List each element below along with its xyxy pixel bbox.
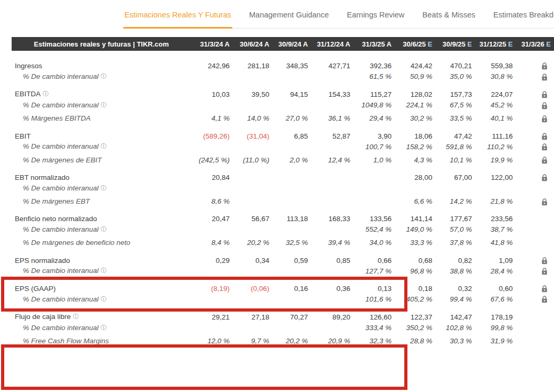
- value-cell: 405,2 %: [395, 293, 435, 306]
- value-cell: 70,27: [273, 306, 311, 321]
- value-cell: 28,00: [395, 167, 435, 181]
- tab-beats-misses[interactable]: Beats & Misses: [421, 10, 476, 29]
- value-cell: 427,71: [311, 51, 353, 70]
- value-cell: 8,4 %: [194, 236, 233, 249]
- estimates-page: Estimaciones Reales Y FuturasManagement …: [0, 0, 554, 392]
- info-icon[interactable]: ⓘ: [101, 296, 106, 302]
- metric-label: % Free Cash Flow Margins: [12, 334, 194, 348]
- value-cell: [311, 195, 353, 208]
- value-cell: 38,8 %: [435, 265, 475, 278]
- column-header: 30/9/24 A: [273, 37, 311, 51]
- value-cell: [273, 321, 311, 334]
- locked-cell: [516, 125, 554, 140]
- empty-cell: [516, 306, 554, 321]
- value-cell: 20,9 %: [311, 334, 353, 348]
- value-cell: 1,0 %: [353, 153, 395, 167]
- value-cell: 33,5 %: [435, 112, 475, 125]
- info-icon[interactable]: ⓘ: [43, 90, 49, 97]
- value-cell: 552,4 %: [353, 223, 395, 236]
- table-row: % De márgenes EBT8,6 %6,6 %14,2 %21,8 %: [12, 195, 554, 208]
- table-row: % De cambio interanualⓘ: [12, 181, 554, 195]
- estimates-table: Estimaciones reales y futuras | TIKR.com…: [12, 37, 554, 348]
- metric-label: Ingresos: [12, 51, 194, 70]
- value-cell: [194, 321, 233, 334]
- column-header: 30/6/24 A: [233, 37, 273, 51]
- value-cell: 0,85: [311, 249, 353, 264]
- table-row: EBT normalizado20,8428,0067,00122,00: [12, 167, 554, 181]
- value-cell: 348,35: [273, 51, 311, 70]
- lock-icon: [541, 115, 548, 123]
- value-cell: 4,1 %: [194, 112, 233, 125]
- value-cell: [311, 321, 353, 334]
- empty-cell: [516, 223, 554, 236]
- value-cell: 233,56: [475, 208, 516, 223]
- value-cell: 127,7 %: [353, 265, 395, 278]
- info-icon[interactable]: ⓘ: [73, 313, 79, 320]
- value-cell: 177,67: [435, 208, 475, 223]
- value-cell: [194, 140, 233, 153]
- info-icon[interactable]: ⓘ: [101, 73, 106, 79]
- info-icon[interactable]: ⓘ: [101, 143, 106, 149]
- lock-icon: [541, 268, 548, 275]
- value-cell: 6,6 %: [395, 195, 435, 208]
- value-cell: 0,60: [475, 278, 516, 293]
- value-cell: 157,73: [435, 83, 475, 98]
- table-row: % De cambio interanualⓘ333,4 %350,2 %102…: [12, 321, 554, 334]
- value-cell: 67,6 %: [475, 293, 516, 306]
- tab-estimaciones-reales-y-futuras[interactable]: Estimaciones Reales Y Futuras: [123, 10, 232, 29]
- table-row: Flujo de caja libreⓘ29,2127,1870,2789,20…: [12, 306, 554, 321]
- tab-earnings-review[interactable]: Earnings Review: [346, 10, 406, 29]
- value-cell: 4,3 %: [395, 153, 435, 167]
- value-cell: 591,8 %: [435, 140, 475, 153]
- value-cell: 0,82: [435, 249, 475, 264]
- value-cell: 100,7 %: [353, 140, 395, 153]
- info-icon[interactable]: ⓘ: [101, 185, 106, 191]
- value-cell: [233, 293, 273, 306]
- value-cell: 14,0 %: [233, 112, 273, 125]
- lock-icon: [541, 62, 548, 70]
- value-cell: [233, 223, 273, 236]
- lock-icon: [541, 296, 548, 303]
- value-cell: 28,4 %: [475, 265, 516, 278]
- tab-estimates-breakdow[interactable]: Estimates Breakdow: [492, 10, 554, 29]
- tab-management-guidance[interactable]: Management Guidance: [248, 10, 330, 29]
- metric-label: EBIT: [12, 125, 194, 140]
- value-cell: 34,0 %: [353, 236, 395, 249]
- value-cell: [395, 181, 435, 195]
- value-cell: 12,4 %: [311, 153, 353, 167]
- value-cell: [194, 70, 233, 83]
- value-cell: [273, 293, 311, 306]
- value-cell: 0,59: [273, 249, 311, 264]
- metric-label: Benficio neto normalizado: [12, 208, 194, 223]
- table-row: % De cambio interanualⓘ127,7 %96,8 %38,8…: [12, 265, 554, 278]
- lock-icon: [541, 143, 548, 151]
- value-cell: 8,6 %: [194, 195, 233, 208]
- value-cell: [233, 265, 273, 278]
- info-icon[interactable]: ⓘ: [101, 226, 106, 232]
- value-cell: 37,8 %: [435, 236, 475, 249]
- locked-cell: [516, 140, 554, 153]
- table-row: Benficio neto normalizado20,4756,67113,1…: [12, 208, 554, 223]
- value-cell: 110,2 %: [475, 140, 516, 153]
- value-cell: 168,33: [311, 208, 353, 223]
- metric-label: % De cambio interanualⓘ: [12, 140, 194, 153]
- value-cell: 67,00: [435, 167, 475, 181]
- locked-cell: [516, 83, 554, 98]
- value-cell: [233, 70, 273, 83]
- value-cell: 392,36: [353, 51, 395, 70]
- table-row: % De cambio interanualⓘ552,4 %149,0 %57,…: [12, 223, 554, 236]
- info-icon[interactable]: ⓘ: [101, 102, 106, 108]
- value-cell: [273, 181, 311, 195]
- locked-cell: [516, 265, 554, 278]
- value-cell: 30,2 %: [395, 112, 435, 125]
- highlight-box-free-cash-flow: [1, 344, 407, 390]
- value-cell: 89,20: [311, 306, 353, 321]
- value-cell: 39,50: [233, 83, 273, 98]
- info-icon[interactable]: ⓘ: [101, 324, 106, 331]
- value-cell: 39,4 %: [311, 236, 353, 249]
- value-cell: 96,8 %: [395, 265, 435, 278]
- value-cell: [273, 167, 311, 181]
- metric-label: % De cambio interanualⓘ: [12, 223, 194, 236]
- value-cell: 27,0 %: [273, 112, 311, 125]
- info-icon[interactable]: ⓘ: [101, 267, 106, 274]
